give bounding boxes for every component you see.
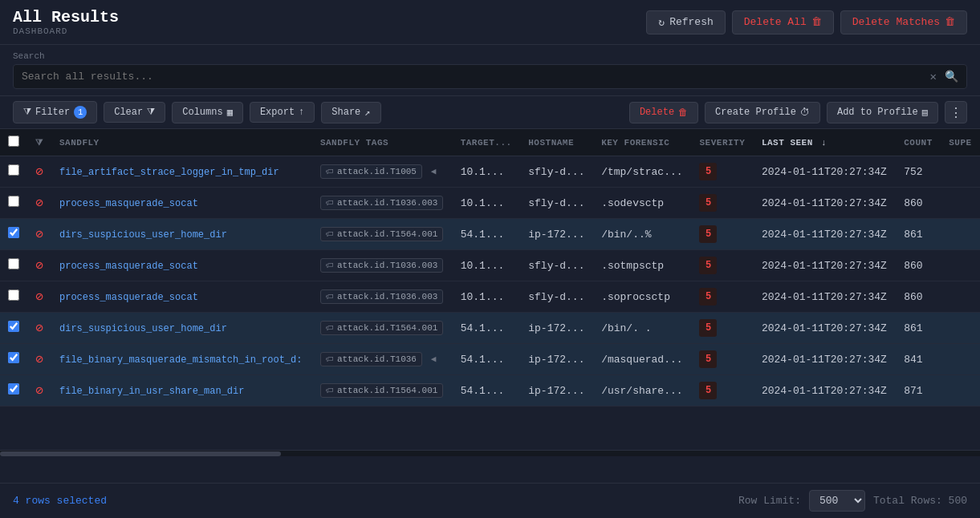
tag-icon: 🏷 [326,167,334,176]
row-target-cell: 54.1... [453,375,521,407]
sandfly-col-header[interactable]: SANDFLY [51,129,312,156]
row-supe-cell [941,188,980,219]
export-button[interactable]: Export ↑ [250,102,315,123]
row-alert-cell: ⊘ [27,281,51,313]
row-lastseen-cell: 2024-01-11T20:27:34Z [754,313,896,344]
row-target-cell: 54.1... [453,344,521,375]
row-checkbox[interactable] [8,164,19,176]
delete-button[interactable]: Delete 🗑 [629,102,698,123]
alert-icon: ⊘ [35,322,43,336]
row-alert-cell: ⊘ [27,375,51,407]
export-icon: ↑ [299,107,304,118]
target-col-header[interactable]: TARGET... [453,129,521,156]
sandfly-name[interactable]: file_artifact_strace_logger_in_tmp_dir [59,167,279,178]
sandfly-name[interactable]: dirs_suspicious_user_home_dir [59,323,227,334]
tag-pill[interactable]: 🏷 attack.id.T1564.001 [320,227,443,241]
row-tags-cell: 🏷 attack.id.T1564.001 [312,313,453,344]
filter-col-icon[interactable]: ⧩ [35,138,43,148]
severity-badge: 5 [699,163,717,180]
row-severity-cell: 5 [691,281,753,313]
sandfly-name[interactable]: file_binary_in_usr_share_man_dir [59,386,244,397]
row-checkbox-cell [0,313,27,344]
row-count-cell: 860 [896,188,941,219]
row-supe-cell [941,250,980,281]
row-count-cell: 871 [896,375,941,407]
supe-col-header[interactable]: SUPE [941,129,980,156]
sandfly-name[interactable]: process_masquerade_socat [59,261,198,272]
tag-pill[interactable]: 🏷 attack.id.T1564.001 [320,383,443,398]
tag-pill[interactable]: 🏷 attack.id.T1036.003 [320,289,443,304]
tag-pill[interactable]: 🏷 attack.id.T1036.003 [320,258,443,273]
row-lastseen-cell: 2024-01-11T20:27:34Z [754,250,896,281]
row-checkbox[interactable] [8,383,19,395]
tag-pill[interactable]: 🏷 attack.id.T1036.003 [320,196,443,210]
filter-button[interactable]: ⧩ Filter 1 [13,101,97,123]
row-checkbox[interactable] [8,227,19,238]
table-row: ⊘ dirs_suspicious_user_home_dir 🏷 attack… [0,219,980,250]
share-button[interactable]: Share ↗ [321,102,380,123]
tag-icon: 🏷 [326,198,334,208]
search-icon[interactable]: 🔍 [945,70,958,83]
row-checkbox[interactable] [8,321,19,332]
table-row: ⊘ file_binary_in_usr_share_man_dir 🏷 att… [0,375,980,407]
columns-button[interactable]: Columns ▦ [172,102,243,123]
results-table: ⧩ SANDFLY SANDFLY TAGS TARGET... HOSTNAM… [0,129,980,407]
tag-pill[interactable]: 🏷 attack.id.T1005 [320,164,422,179]
row-checkbox[interactable] [8,352,19,363]
results-table-wrap: ⧩ SANDFLY SANDFLY TAGS TARGET... HOSTNAM… [0,129,980,450]
row-sandfly-cell: process_masquerade_socat [51,188,312,219]
count-col-header[interactable]: COUNT [896,129,941,156]
tag-pill[interactable]: 🏷 attack.id.T1036 [320,352,422,366]
row-checkbox[interactable] [8,289,19,301]
tag-icon: 🏷 [326,292,334,301]
row-checkbox[interactable] [8,196,19,207]
last-seen-col-header[interactable]: LAST SEEN ↓ [754,129,896,156]
row-limit-select[interactable]: 1002505001000 [809,490,865,512]
add-to-profile-button[interactable]: Add to Profile ▤ [827,102,938,123]
key-forensic-col-header[interactable]: KEY FORENSIC [593,129,691,156]
sandfly-name[interactable]: process_masquerade_socat [59,292,198,303]
clear-search-icon[interactable]: ✕ [930,70,937,83]
row-supe-cell [941,281,980,313]
severity-badge: 5 [699,288,717,306]
create-profile-button[interactable]: Create Profile ⏱ [705,102,820,123]
row-checkbox-cell [0,281,27,313]
row-supe-cell [941,313,980,344]
page-subtitle: DASHBOARD [13,26,119,36]
tags-col-header[interactable]: SANDFLY TAGS [312,129,453,156]
sandfly-name[interactable]: process_masquerade_socat [59,198,198,209]
filter-icon: ⧩ [23,107,31,118]
row-severity-cell: 5 [691,219,753,250]
delete-matches-button[interactable]: Delete Matches 🗑 [840,10,967,34]
clear-button[interactable]: Clear ⧩ [104,102,165,123]
row-lastseen-cell: 2024-01-11T20:27:34Z [754,281,896,313]
row-checkbox-cell [0,344,27,375]
row-checkbox-cell [0,188,27,219]
refresh-button[interactable]: ↻ Refresh [646,10,725,34]
row-count-cell: 860 [896,250,941,281]
more-options-button[interactable]: ⋮ [945,101,967,123]
row-sandfly-cell: file_binary_in_usr_share_man_dir [51,375,312,407]
hostname-col-header[interactable]: HOSTNAME [520,129,593,156]
delete-all-button[interactable]: Delete All 🗑 [732,10,834,34]
tag-pill[interactable]: 🏷 attack.id.T1564.001 [320,321,443,335]
severity-col-header[interactable]: SEVERITY [691,129,753,156]
severity-badge: 5 [699,319,717,337]
search-input[interactable] [22,71,930,83]
row-tags-cell: 🏷 attack.id.T1036.003 [312,281,453,313]
row-checkbox[interactable] [8,258,19,269]
row-lastseen-cell: 2024-01-11T20:27:34Z [754,219,896,250]
select-all-checkbox[interactable] [8,136,19,147]
scrollbar-thumb[interactable] [0,451,281,456]
horizontal-scrollbar[interactable] [0,450,980,456]
search-icons: ✕ 🔍 [930,70,958,83]
row-count-cell: 861 [896,313,941,344]
alert-col-header: ⧩ [27,129,51,156]
sandfly-name[interactable]: dirs_suspicious_user_home_dir [59,229,227,241]
select-all-col [0,129,27,156]
row-lastseen-cell: 2024-01-11T20:27:34Z [754,156,896,188]
clear-icon: ⧩ [147,107,155,118]
row-severity-cell: 5 [691,250,753,281]
tag-icon: 🏷 [326,386,334,395]
sandfly-name[interactable]: file_binary_masquerade_mismatch_in_root_… [59,354,302,366]
